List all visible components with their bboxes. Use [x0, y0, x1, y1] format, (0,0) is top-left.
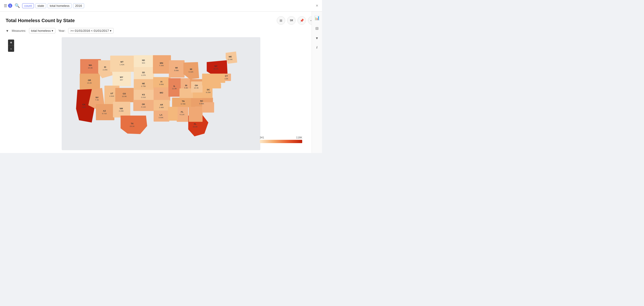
state-MT[interactable]	[110, 56, 134, 72]
state-MO[interactable]	[154, 88, 170, 101]
state-MD[interactable]	[212, 83, 221, 89]
pin-icon: 📌	[300, 19, 304, 22]
search-tag-count[interactable]: count	[22, 3, 34, 8]
header-actions: ⊞ 🗺 📌 •••	[277, 16, 316, 25]
map-legend: 341 118K	[260, 136, 302, 143]
pin-button[interactable]: 📌	[298, 16, 306, 25]
state-GA[interactable]	[189, 107, 203, 122]
funnel-icon[interactable]: ▼	[316, 36, 319, 40]
hamburger-icon[interactable]: ☰	[4, 3, 7, 8]
year-value: >= 01/01/2016 < 01/01/2017	[70, 29, 109, 32]
filter-icon: ▼	[6, 29, 9, 33]
legend-max: 118K	[296, 136, 302, 139]
state-WV[interactable]	[191, 81, 202, 93]
state-AR[interactable]	[154, 100, 170, 111]
state-MS[interactable]	[168, 107, 178, 121]
map-icon: 🗺	[290, 19, 293, 22]
state-NJ[interactable]	[220, 74, 225, 83]
measures-dropdown[interactable]: total homeless ▾	[29, 28, 56, 33]
state-MN[interactable]	[153, 55, 171, 73]
zoom-in-button[interactable]: +	[8, 39, 14, 46]
state-ND[interactable]	[134, 55, 154, 68]
year-label: Year:	[58, 29, 65, 32]
state-AZ[interactable]	[96, 104, 114, 120]
search-tag-state[interactable]: state	[35, 3, 46, 8]
state-NM[interactable]	[113, 102, 130, 118]
state-ME[interactable]	[226, 52, 237, 64]
search-tag-year[interactable]: 2016	[73, 3, 84, 8]
state-OR[interactable]	[80, 74, 100, 90]
state-SC[interactable]	[202, 102, 214, 113]
state-CO[interactable]	[115, 88, 134, 102]
chart-title: Total Homeless Count by State	[6, 18, 75, 23]
bar-chart-icon[interactable]: 📊	[314, 15, 320, 20]
measures-label: Measures:	[12, 29, 26, 32]
search-tags: count state total homeless 2016	[22, 3, 313, 8]
search-bar: ☰ 1 🔍 count state total homeless 2016 ×	[0, 0, 322, 11]
search-magnify-icon: 🔍	[14, 3, 20, 8]
state-WA[interactable]	[80, 59, 101, 74]
header-row: Total Homeless Count by State ⊞ 🗺 📌 •••	[6, 16, 316, 25]
map-view-button[interactable]: 🗺	[287, 16, 296, 25]
main-content: Total Homeless Count by State ⊞ 🗺 📌 ••• …	[0, 11, 322, 153]
state-AL[interactable]	[177, 107, 188, 122]
state-IA[interactable]	[153, 77, 170, 88]
legend-labels: 341 118K	[260, 136, 302, 139]
search-tag-total-homeless[interactable]: total homeless	[48, 3, 72, 8]
measures-value: total homeless	[31, 29, 51, 32]
settings-filter-icon[interactable]: ⊟	[316, 26, 318, 31]
filters-row: ▼ Measures: total homeless ▾ Year: >= 01…	[6, 28, 316, 33]
state-IL[interactable]	[168, 78, 181, 97]
state-WI[interactable]	[169, 60, 184, 77]
table-view-button[interactable]: ⊞	[277, 16, 285, 25]
us-map: WA 20.8K OR 13.2K CA 118K ID 2.25K NV 7.…	[60, 37, 262, 150]
info-icon[interactable]: i	[316, 46, 318, 49]
search-icon-wrap: ☰ 1	[4, 3, 12, 8]
table-icon: ⊞	[280, 19, 282, 22]
legend-bar	[260, 140, 302, 143]
state-KS[interactable]	[134, 90, 154, 101]
map-zoom-controls: + -	[8, 39, 14, 52]
state-NE[interactable]	[134, 79, 154, 90]
state-LA[interactable]	[154, 111, 170, 122]
app-container: ☰ 1 🔍 count state total homeless 2016 × …	[0, 0, 322, 153]
right-sidebar: 📊 ⊟ ▼ i	[312, 11, 322, 153]
badge: 1	[8, 3, 12, 8]
year-chevron-icon: ▾	[110, 29, 112, 32]
measures-chevron-icon: ▾	[52, 29, 53, 32]
legend-min: 341	[260, 136, 264, 139]
close-button[interactable]: ×	[316, 3, 318, 8]
zoom-out-button[interactable]: -	[8, 46, 14, 52]
map-container: + -	[6, 37, 316, 150]
state-WY[interactable]	[112, 72, 131, 86]
state-SD[interactable]	[134, 67, 154, 80]
year-dropdown[interactable]: >= 01/01/2016 < 01/01/2017 ▾	[68, 28, 114, 33]
state-OK[interactable]	[133, 100, 154, 111]
